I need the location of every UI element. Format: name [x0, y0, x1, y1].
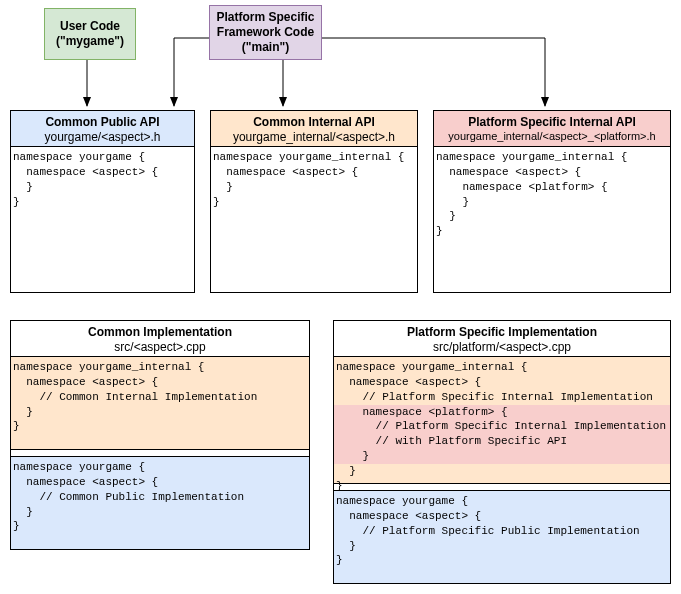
platform-internal-api-box: Platform Specific Internal API yourgame_…	[433, 110, 671, 293]
ci-path: src/<aspect>.cpp	[13, 340, 307, 355]
cia-path: yourgame_internal/<aspect>.h	[213, 130, 415, 145]
framework-l2: Framework Code	[212, 25, 319, 40]
framework-box: Platform Specific Framework Code ("main"…	[209, 5, 322, 60]
ci-public-code: namespace yourgame { namespace <aspect> …	[11, 457, 309, 550]
common-internal-api-box: Common Internal API yourgame_internal/<a…	[210, 110, 418, 293]
pi-title: Platform Specific Implementation	[336, 325, 668, 340]
ci-title: Common Implementation	[13, 325, 307, 340]
cia-title: Common Internal API	[213, 115, 415, 130]
user-code-sub: ("mygame")	[47, 34, 133, 49]
pi-internal-block: namespace yourgame_internal { namespace …	[334, 357, 670, 483]
user-code-title: User Code	[47, 19, 133, 34]
cpa-path: yourgame/<aspect>.h	[13, 130, 192, 145]
framework-l3: ("main")	[212, 40, 319, 55]
pia-code: namespace yourgame_internal { namespace …	[434, 147, 670, 293]
framework-l1: Platform Specific	[212, 10, 319, 25]
platform-impl-box: Platform Specific Implementation src/pla…	[333, 320, 671, 584]
pia-path: yourgame_internal/<aspect>_<platform>.h	[436, 130, 668, 144]
ci-internal-code: namespace yourgame_internal { namespace …	[11, 357, 309, 449]
pi-path: src/platform/<aspect>.cpp	[336, 340, 668, 355]
cpa-code: namespace yourgame { namespace <aspect> …	[11, 147, 194, 293]
pi-public-code: namespace yourgame { namespace <aspect> …	[334, 491, 670, 584]
pi-internal-tail: } }	[334, 464, 670, 496]
common-public-api-box: Common Public API yourgame/<aspect>.h na…	[10, 110, 195, 293]
pi-internal-head: namespace yourgame_internal { namespace …	[334, 357, 670, 405]
cia-code: namespace yourgame_internal { namespace …	[211, 147, 417, 293]
user-code-box: User Code ("mygame")	[44, 8, 136, 60]
cpa-title: Common Public API	[13, 115, 192, 130]
common-impl-box: Common Implementation src/<aspect>.cpp n…	[10, 320, 310, 550]
pia-title: Platform Specific Internal API	[436, 115, 668, 130]
pi-internal-platform: namespace <platform> { // Platform Speci…	[334, 405, 670, 464]
